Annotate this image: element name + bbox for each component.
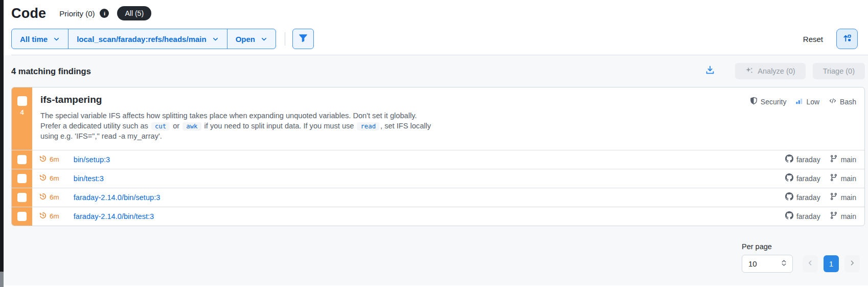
row-checkbox[interactable]: [17, 212, 27, 221]
git-branch-icon: [830, 211, 838, 221]
branch-meta: main: [830, 154, 856, 164]
finding-age: 6m: [50, 174, 59, 182]
clock-history-icon: [39, 192, 47, 203]
finding-card: 4 ifs-tampering: [11, 87, 865, 226]
scan-target-dropdown[interactable]: local_scan/faraday:refs/heads/main: [68, 29, 226, 49]
time-range-dropdown[interactable]: All time: [12, 29, 68, 49]
finding-location-link[interactable]: faraday-2.14.0/bin/setup:3: [74, 193, 161, 202]
pagination-footer: Per page 10: [11, 226, 865, 273]
select-all-cell[interactable]: 4: [12, 87, 32, 150]
finding-row: 6m faraday-2.14.0/bin/setup:3 faraday ma…: [12, 188, 864, 207]
row-select-cell[interactable]: [12, 207, 32, 226]
divider: [285, 32, 285, 46]
per-page-value: 10: [748, 259, 757, 268]
analyze-button[interactable]: Analyze (0): [735, 63, 805, 79]
branch-name: main: [841, 193, 856, 202]
funnel-icon: [299, 33, 308, 45]
finding-row: 6m bin/test:3 faraday main: [12, 169, 864, 188]
clock-history-icon: [39, 211, 47, 222]
time-range-value: All time: [20, 35, 48, 43]
repo-name: faraday: [796, 212, 820, 220]
repo-meta: faraday: [785, 173, 820, 183]
branch-meta: main: [830, 173, 856, 183]
chevron-right-icon: [849, 259, 855, 268]
matching-findings-count: 4 matching findings: [11, 67, 91, 76]
status-value: Open: [236, 35, 255, 43]
finding-location-link[interactable]: bin/test:3: [74, 174, 104, 183]
scan-target-value: local_scan/faraday:refs/heads/main: [77, 35, 206, 43]
finding-description: The special variable IFS affects how spl…: [40, 111, 438, 142]
select-all-checkbox[interactable]: [17, 96, 27, 106]
inline-code: read: [357, 122, 379, 130]
page-header: Code Priority (0) i All (5) All time loc…: [0, 0, 868, 55]
prev-page-button[interactable]: [803, 255, 818, 272]
row-select-cell[interactable]: [12, 188, 32, 207]
finding-age: 6m: [50, 212, 59, 220]
severity-label: Low: [806, 98, 819, 106]
code-icon: [829, 97, 837, 106]
repo-meta: faraday: [785, 211, 820, 221]
sort-icon: [842, 33, 852, 45]
filter-dropdown-group: All time local_scan/faraday:refs/heads/m…: [11, 29, 276, 49]
row-checkbox[interactable]: [17, 155, 27, 164]
language-badge: Bash: [829, 97, 856, 106]
tab-all[interactable]: All (5): [117, 6, 151, 20]
chevron-left-icon: [807, 259, 813, 268]
repo-meta: faraday: [785, 192, 820, 202]
info-icon[interactable]: i: [100, 9, 109, 18]
per-page-label: Per page: [742, 242, 860, 251]
shield-icon: [750, 97, 758, 106]
branch-name: main: [841, 212, 856, 220]
github-icon: [785, 211, 793, 221]
stepper-icon: [781, 259, 787, 269]
branch-meta: main: [830, 192, 856, 202]
finding-row: 6m bin/setup:3 faraday main: [12, 150, 864, 169]
download-button[interactable]: [704, 64, 716, 78]
chevron-down-icon: [261, 36, 267, 42]
row-select-cell[interactable]: [12, 169, 32, 188]
reset-filters-button[interactable]: Reset: [803, 35, 823, 43]
branch-name: main: [841, 174, 856, 183]
language-label: Bash: [840, 98, 856, 106]
page-1-button[interactable]: 1: [824, 255, 839, 272]
github-icon: [785, 192, 793, 202]
scrollbar-thumb[interactable]: [0, 272, 4, 287]
code-findings-page: Code Priority (0) i All (5) All time loc…: [0, 0, 868, 287]
per-page-select[interactable]: 10: [742, 255, 793, 273]
row-checkbox[interactable]: [17, 193, 27, 202]
triage-button[interactable]: Triage (0): [813, 63, 865, 79]
row-checkbox[interactable]: [17, 174, 27, 183]
status-dropdown[interactable]: Open: [227, 29, 276, 49]
category-badge: Security: [750, 97, 787, 106]
page-title: Code: [11, 6, 46, 21]
finding-location-link[interactable]: faraday-2.14.0/bin/test:3: [74, 212, 154, 220]
finding-age: 6m: [50, 193, 59, 201]
repo-name: faraday: [796, 174, 820, 183]
filter-bar: All time local_scan/faraday:refs/heads/m…: [11, 29, 868, 49]
sort-button[interactable]: [836, 29, 858, 49]
triage-button-label: Triage (0): [823, 67, 855, 75]
github-icon: [785, 154, 793, 164]
git-branch-icon: [830, 192, 838, 202]
finding-title[interactable]: ifs-tampering: [40, 94, 102, 105]
finding-count-badge: 4: [20, 108, 24, 116]
analyze-button-label: Analyze (0): [758, 67, 795, 75]
git-branch-icon: [830, 154, 838, 164]
branch-meta: main: [830, 211, 856, 221]
next-page-button[interactable]: [844, 255, 860, 272]
clock-history-icon: [39, 154, 47, 165]
row-select-cell[interactable]: [12, 150, 32, 169]
finding-location-link[interactable]: bin/setup:3: [74, 156, 110, 164]
inline-code: cut: [151, 122, 170, 130]
chevron-down-icon: [53, 36, 60, 42]
more-filters-button[interactable]: [292, 29, 314, 49]
repo-name: faraday: [796, 156, 820, 164]
description-text: or: [171, 122, 181, 130]
tab-priority[interactable]: Priority (0): [59, 9, 95, 18]
category-label: Security: [761, 98, 787, 106]
severity-bars-icon: [795, 97, 803, 106]
branch-name: main: [841, 156, 856, 164]
findings-area: 4 matching findings Analyze (0): [0, 55, 868, 285]
finding-card-header: 4 ifs-tampering: [12, 87, 864, 150]
inline-code: awk: [182, 122, 201, 130]
